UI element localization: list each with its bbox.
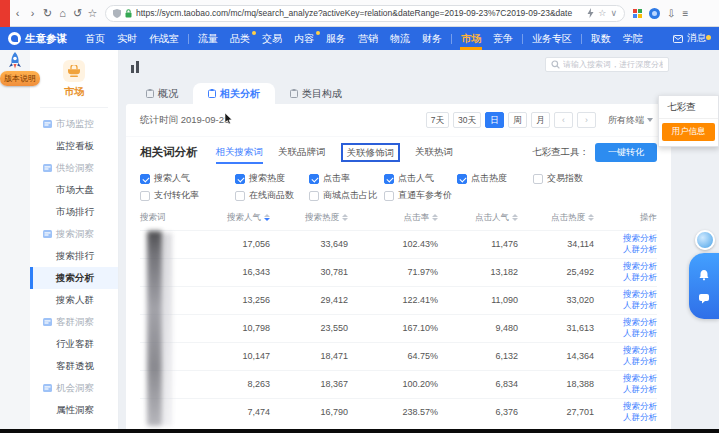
subtab-modifier-words[interactable]: 关联修饰词 (341, 143, 401, 162)
lightning-icon[interactable] (587, 8, 594, 18)
search-analysis-link[interactable]: 搜索分析 (594, 289, 657, 300)
nav-item[interactable]: 交易 (256, 27, 288, 50)
sidebar-item[interactable]: 市场排行 (30, 201, 118, 223)
sidebar-section[interactable]: 搜索洞察 (30, 223, 118, 245)
nav-item[interactable]: 内容 (288, 27, 320, 50)
sidebar-item[interactable]: 搜索排行 (30, 245, 118, 267)
assistant-avatar[interactable] (695, 230, 715, 250)
browser-app-icon[interactable] (649, 8, 660, 19)
sort-icon[interactable] (432, 214, 438, 221)
nav-item[interactable]: 服务 (320, 27, 352, 50)
range-week-button[interactable]: 周 (508, 112, 527, 128)
nav-item-market[interactable]: 市场 (455, 27, 487, 50)
crowd-analysis-link[interactable]: 人群分析 (594, 328, 657, 339)
checkbox-checked-icon[interactable] (309, 174, 319, 184)
bell-icon[interactable] (698, 269, 710, 281)
metric-checkbox[interactable]: 点击率 (309, 172, 384, 185)
tab-category-composition[interactable]: 类目构成 (275, 83, 357, 104)
tab-relation-analysis[interactable]: 相关分析 (193, 83, 275, 104)
metric-checkbox[interactable]: 支付转化率 (140, 189, 235, 202)
range-month-button[interactable]: 月 (531, 112, 550, 128)
nav-item[interactable]: 品类 (224, 27, 256, 50)
range-7d-button[interactable]: 7天 (426, 112, 449, 128)
metric-checkbox[interactable]: 在线商品数 (235, 189, 309, 202)
search-analysis-link[interactable]: 搜索分析 (594, 345, 657, 356)
metric-checkbox[interactable]: 直通车参考价 (384, 189, 457, 202)
messages-entry[interactable]: 消息 (673, 32, 711, 45)
nav-item[interactable]: 流量 (192, 27, 224, 50)
forward-icon[interactable]: › (25, 0, 40, 27)
nav-item[interactable]: 竞争 (487, 27, 519, 50)
subtab-hot-words[interactable]: 关联热词 (415, 137, 453, 167)
favorite-star-icon[interactable]: ☆ (598, 5, 606, 22)
checkbox-unchecked-icon[interactable] (235, 191, 245, 201)
col-header-search-heat[interactable]: 搜索热度 (270, 206, 348, 230)
terminal-select[interactable]: 所有终端 (608, 114, 653, 127)
nav-item[interactable]: 业务专区 (526, 27, 578, 50)
subtab-brand-words[interactable]: 关联品牌词 (278, 137, 326, 167)
download-icon[interactable]: ⇩ (667, 8, 675, 19)
back-icon[interactable]: ‹ (10, 0, 25, 27)
metric-checkbox[interactable]: 点击热度 (457, 172, 533, 185)
extensions-grid-icon[interactable] (633, 9, 642, 18)
qicaicha-menu-item[interactable]: 七彩查 (659, 96, 718, 119)
user-info-button[interactable]: 用户信息 (662, 123, 715, 141)
checkbox-unchecked-icon[interactable] (533, 174, 543, 184)
search-analysis-link[interactable]: 搜索分析 (594, 401, 657, 412)
sidebar-item[interactable]: 监控看板 (30, 135, 118, 157)
nav-item[interactable]: 取数 (585, 27, 617, 50)
history-icon[interactable]: ↺ (70, 0, 85, 27)
menu-icon[interactable]: ≡ (682, 8, 688, 19)
sidebar-item-search-analysis[interactable]: 搜索分析 (30, 267, 118, 289)
sidebar-section[interactable]: 供给洞察 (30, 157, 118, 179)
nav-item[interactable]: 营销 (352, 27, 384, 50)
prev-date-button[interactable]: ‹ (554, 112, 573, 128)
metric-checkbox[interactable]: 搜索热度 (235, 172, 309, 185)
crowd-analysis-link[interactable]: 人群分析 (594, 384, 657, 395)
home-icon[interactable]: ⌂ (55, 0, 70, 27)
checkbox-checked-icon[interactable] (457, 174, 467, 184)
search-analysis-link[interactable]: 搜索分析 (594, 261, 657, 272)
bookmark-icon[interactable]: ☆ (85, 0, 100, 27)
search-analysis-link[interactable]: 搜索分析 (594, 373, 657, 384)
checkbox-checked-icon[interactable] (384, 174, 394, 184)
url-text[interactable]: https://sycm.taobao.com/mc/mq/search_ana… (136, 8, 583, 18)
chat-icon[interactable] (698, 293, 710, 304)
metric-checkbox[interactable]: 搜索人气 (140, 172, 235, 185)
nav-item[interactable]: 财务 (416, 27, 448, 50)
col-header-click-heat[interactable]: 点击热度 (518, 206, 594, 230)
search-analysis-link[interactable]: 搜索分析 (594, 233, 657, 244)
col-header-click-popularity[interactable]: 点击人气 (438, 206, 518, 230)
metric-checkbox[interactable]: 交易指数 (533, 172, 623, 185)
crowd-analysis-link[interactable]: 人群分析 (594, 412, 657, 423)
sidebar-item[interactable]: 市场大盘 (30, 179, 118, 201)
version-note-badge[interactable]: 版本说明 (0, 71, 40, 86)
url-bar[interactable]: https://sycm.taobao.com/mc/mq/search_ana… (105, 5, 625, 22)
metric-checkbox[interactable]: 商城点击占比 (309, 189, 384, 202)
nav-item[interactable]: 学院 (617, 27, 649, 50)
one-click-convert-button[interactable]: 一键转化 (595, 143, 657, 162)
sidebar-item[interactable]: 搜索人群 (30, 289, 118, 311)
search-input[interactable]: 请输入搜索词，进行深度分析 (545, 57, 669, 72)
sidebar-item[interactable]: 属性洞察 (30, 399, 118, 421)
url-dropdown-icon[interactable]: ∨ (610, 5, 617, 22)
range-30d-button[interactable]: 30天 (453, 112, 481, 128)
sort-icon[interactable] (342, 214, 348, 221)
reload-icon[interactable]: ↻ (40, 0, 55, 27)
sort-icon[interactable] (264, 214, 270, 221)
nav-item[interactable]: 首页 (79, 27, 111, 50)
col-header-click-rate[interactable]: 点击率 (348, 206, 438, 230)
brand-name[interactable]: 生意参谋 (25, 32, 67, 46)
nav-item[interactable]: 实时 (111, 27, 143, 50)
crowd-analysis-link[interactable]: 人群分析 (594, 356, 657, 367)
nav-item[interactable]: 作战室 (143, 27, 185, 50)
crowd-analysis-link[interactable]: 人群分析 (594, 300, 657, 311)
sort-icon[interactable] (588, 214, 594, 221)
tab-overview[interactable]: 概况 (131, 83, 193, 104)
sidebar-section[interactable]: 市场监控 (30, 113, 118, 135)
search-analysis-link[interactable]: 搜索分析 (594, 317, 657, 328)
sort-icon[interactable] (512, 214, 518, 221)
sidebar-item[interactable]: 客群透视 (30, 355, 118, 377)
nav-item[interactable]: 物流 (384, 27, 416, 50)
crowd-analysis-link[interactable]: 人群分析 (594, 244, 657, 255)
